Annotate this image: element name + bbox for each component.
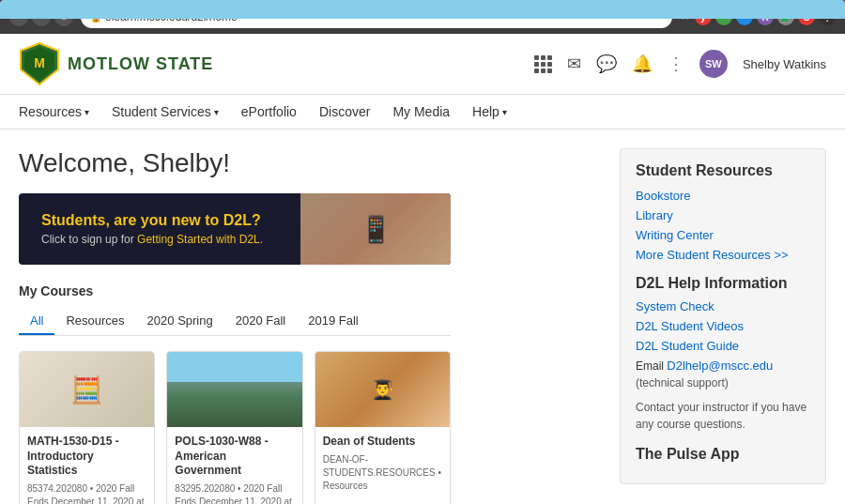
course-meta: 83295.202080 • 2020 Fall Ends December 1… (175, 482, 294, 504)
user-name: Shelby Watkins (743, 57, 826, 71)
d2l-banner[interactable]: Students, are you new to D2L? Click to s… (19, 193, 451, 265)
course-title: Dean of Students (323, 435, 442, 450)
mail-icon[interactable]: ✉ (567, 53, 581, 74)
svg-text:M: M (34, 55, 45, 70)
site-nav: Resources ▾ Student Services ▾ ePortfoli… (0, 95, 845, 130)
bookstore-link[interactable]: Bookstore (636, 189, 810, 203)
chevron-down-icon: ▾ (84, 107, 89, 117)
course-meta: DEAN-OF-STUDENTS.RESOURCES • Resources (323, 453, 442, 493)
d2l-guide-link[interactable]: D2L Student Guide (636, 339, 810, 353)
nav-help[interactable]: Help ▾ (472, 104, 507, 119)
site-header: M MOTLOW STATE ✉ 💬 🔔 ⋮ SW Shelby Watkins (0, 34, 845, 95)
page-title: Welcome, Shelby! (19, 148, 601, 178)
student-resources-card: Student Resources Bookstore Library Writ… (620, 148, 826, 484)
writing-center-link[interactable]: Writing Center (636, 228, 810, 242)
course-info: Dean of Students DEAN-OF-STUDENTS.RESOUR… (315, 427, 450, 500)
banner-subtitle: Click to sign up for Getting Started wit… (41, 233, 263, 246)
banner-title: Students, are you new to D2L? (41, 212, 263, 229)
tab-all[interactable]: All (19, 308, 54, 335)
tab-2020-spring[interactable]: 2020 Spring (136, 308, 224, 335)
grid-icon[interactable] (534, 55, 552, 73)
banner-image: 📱 (300, 193, 451, 265)
course-image-students: 👨‍🎓 (315, 352, 450, 427)
chevron-down-icon: ▾ (502, 107, 507, 117)
course-info: MATH-1530-D15 - Introductory Statistics … (20, 427, 154, 504)
course-title: POLS-1030-W88 - American Government (175, 435, 294, 479)
email-link[interactable]: D2lhelp@mscc.edu (667, 359, 773, 373)
library-link[interactable]: Library (636, 208, 810, 222)
right-sidebar: Student Resources Bookstore Library Writ… (620, 148, 826, 504)
pulse-heading: The Pulse App (636, 446, 810, 463)
d2l-videos-link[interactable]: D2L Student Videos (636, 319, 810, 333)
course-card-dean[interactable]: 👨‍🎓 Dean of Students DEAN-OF-STUDENTS.RE… (315, 351, 451, 504)
course-badge-row: 31 (315, 500, 450, 504)
chat-icon[interactable]: 💬 (596, 53, 617, 74)
course-meta: 85374.202080 • 2020 Fall Ends December 1… (27, 482, 146, 504)
course-info: POLS-1030-W88 - American Government 8329… (167, 427, 301, 504)
dots-menu[interactable]: ⋮ (668, 53, 684, 74)
logo-shield-svg: M (19, 41, 60, 86)
course-card-math[interactable]: 🧮 MATH-1530-D15 - Introductory Statistic… (19, 351, 155, 504)
course-image-mountain (167, 352, 301, 427)
email-row: Email D2lhelp@mscc.edu (636, 359, 810, 373)
courses-grid: 🧮 MATH-1530-D15 - Introductory Statistic… (19, 351, 451, 504)
bell-icon[interactable]: 🔔 (632, 53, 653, 74)
logo-text: MOTLOW STATE (68, 54, 213, 74)
system-check-link[interactable]: System Check (636, 299, 810, 313)
course-card-pols[interactable]: POLS-1030-W88 - American Government 8329… (166, 351, 302, 504)
banner-image-icon: 📱 (300, 193, 451, 265)
resources-heading: Student Resources (636, 162, 810, 179)
logo-shield-container: M (19, 41, 60, 86)
tab-2019-fall[interactable]: 2019 Fall (297, 308, 369, 335)
nav-eportfolio[interactable]: ePortfolio (241, 104, 297, 119)
logo-area: M MOTLOW STATE (19, 41, 213, 86)
nav-discover[interactable]: Discover (319, 104, 370, 119)
page-layout: Welcome, Shelby! Students, are you new t… (0, 130, 845, 504)
tab-resources[interactable]: Resources (54, 308, 135, 335)
page-left: Welcome, Shelby! Students, are you new t… (19, 148, 601, 504)
course-image-calculator: 🧮 (20, 352, 154, 427)
avatar: SW (699, 50, 728, 78)
contact-text: Contact your instructor if you have any … (636, 399, 810, 433)
nav-my-media[interactable]: My Media (392, 104, 450, 119)
nav-resources[interactable]: Resources ▾ (19, 104, 89, 119)
more-resources-link[interactable]: More Student Resources >> (636, 248, 810, 262)
banner-link[interactable]: Getting Started with D2L. (137, 233, 263, 246)
course-title: MATH-1530-D15 - Introductory Statistics (27, 435, 146, 479)
courses-header: My Courses (19, 283, 451, 298)
header-actions: ✉ 💬 🔔 ⋮ SW Shelby Watkins (534, 50, 826, 78)
chevron-down-icon: ▾ (214, 107, 219, 117)
courses-section: My Courses All Resources 2020 Spring 202… (19, 283, 451, 504)
banner-content: Students, are you new to D2L? Click to s… (41, 212, 263, 246)
technical-label: (technical support) (636, 374, 810, 391)
courses-tabs: All Resources 2020 Spring 2020 Fall 2019… (19, 308, 451, 336)
help-heading: D2L Help Information (636, 275, 810, 292)
tab-2020-fall[interactable]: 2020 Fall (224, 308, 297, 335)
nav-student-services[interactable]: Student Services ▾ (112, 104, 219, 119)
